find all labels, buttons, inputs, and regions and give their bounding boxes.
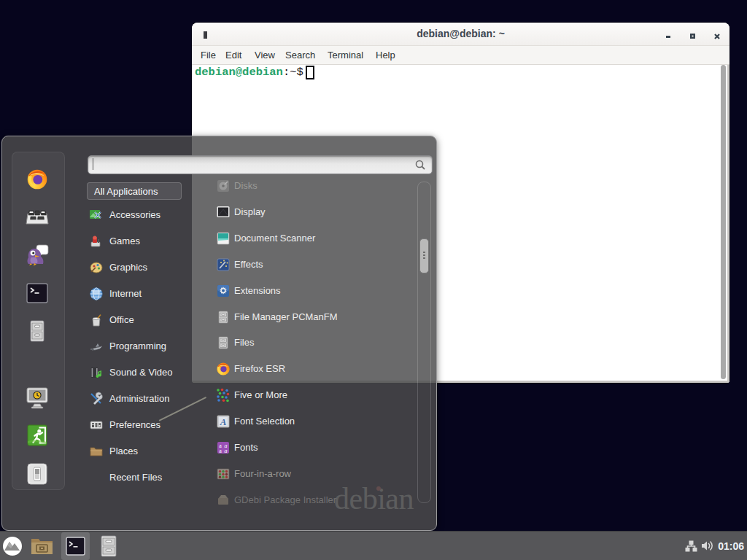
svg-text:a: a xyxy=(225,448,228,454)
svg-text:A: A xyxy=(220,416,227,427)
svg-text:a: a xyxy=(219,448,222,454)
